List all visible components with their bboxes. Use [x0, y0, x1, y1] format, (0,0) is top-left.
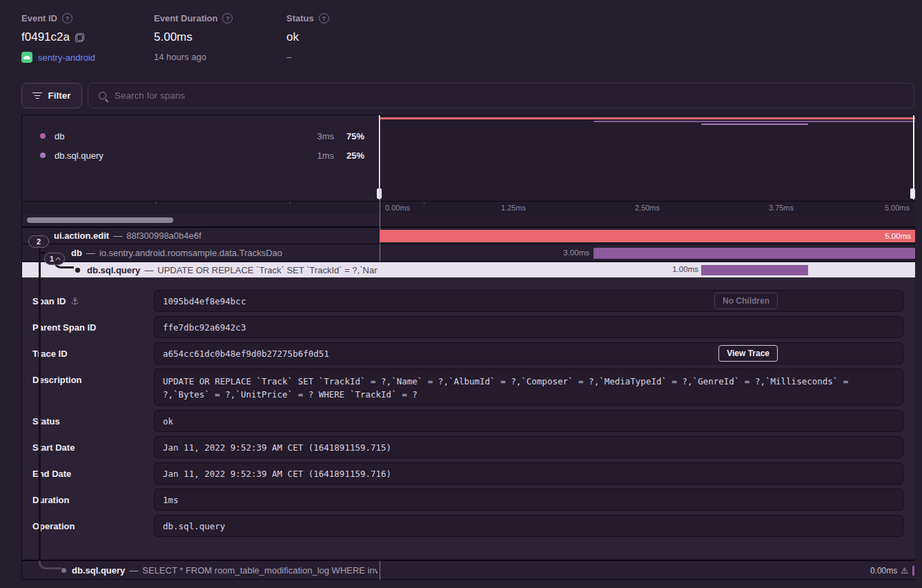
chevron-up-icon: [56, 257, 61, 262]
badge-count: 1: [50, 255, 54, 263]
tree-leaf-dot: [61, 568, 66, 573]
warning-icon: ⚠: [901, 566, 908, 576]
no-children-button[interactable]: No Children: [714, 293, 778, 309]
axis-label-1: 1.25ms: [501, 204, 526, 212]
filter-button[interactable]: Filter: [21, 83, 82, 108]
span-detail-panel: Span ID ⚓ 1095bd4ef8e94bcc No Children P…: [22, 277, 915, 558]
start-date-value: Jan 11, 2022 9:52:39 AM CET (1641891159.…: [154, 436, 903, 458]
span-op: ui.action.edit: [54, 231, 109, 241]
status-value: ok: [286, 30, 299, 44]
description-value: UPDATE OR REPLACE `Track` SET `TrackId` …: [154, 369, 903, 406]
status-sub-value: –: [286, 52, 329, 62]
span-row-db[interactable]: db — io.sentry.android.roomsample.data.T…: [22, 245, 915, 262]
trace-view-panel: db 3ms 75% db.sql.query 1ms 25% 0.00ms 1…: [21, 115, 914, 580]
op-percent: 25%: [334, 150, 364, 161]
span-bar-ui-action-edit[interactable]: 5.00ms: [380, 230, 915, 243]
op-duration: 1ms: [293, 150, 334, 161]
android-project-icon: [21, 52, 32, 63]
status-column: Status ? ok –: [286, 13, 329, 62]
detail-label: Status: [32, 416, 60, 427]
op-percent: 75%: [334, 131, 364, 141]
status-help-icon[interactable]: ?: [319, 13, 329, 23]
span-description: io.sentry.android.roomsample.data.Tracks…: [99, 248, 282, 258]
project-link[interactable]: sentry-android: [38, 52, 95, 63]
span-bar-db[interactable]: [594, 248, 915, 259]
span-duration: 1.00ms: [672, 265, 698, 273]
filter-icon: [32, 92, 42, 99]
span-bar-db-sql-query[interactable]: [701, 265, 808, 276]
span-description: UPDATE OR REPLACE `Track` SET `TrackId` …: [157, 265, 377, 275]
span-description: SELECT * FROM room_table_modification_lo…: [142, 565, 377, 576]
end-date-value: Jan 11, 2022 9:52:39 AM CET (1641891159.…: [154, 462, 903, 484]
op-color-dot: [40, 153, 46, 158]
op-duration: 3ms: [293, 131, 334, 141]
axis-label-3: 3.75ms: [769, 204, 794, 212]
minimap-span-db-sql-query: [701, 124, 808, 126]
span-row-db-sql-query-selected[interactable]: db.sql.query — UPDATE OR REPLACE `Track`…: [22, 262, 915, 278]
event-id-help-icon[interactable]: ?: [62, 13, 72, 23]
span-separator: —: [113, 231, 122, 241]
trace-id-value: a654cc61dc0b48ef9d0b27275b6f0d51: [154, 342, 903, 364]
minimap-right-handle-grip[interactable]: [910, 188, 915, 199]
axis-tick: [424, 202, 424, 204]
event-id-column: Event ID ? f0491c2a sentry-android: [21, 13, 95, 63]
event-id-label: Event ID: [21, 13, 57, 23]
event-duration-column: Event Duration ? 5.00ms 14 hours ago: [154, 13, 233, 62]
event-id-label-row: Event ID ?: [21, 13, 95, 23]
duration-value: 1ms: [154, 489, 903, 511]
view-trace-button[interactable]: View Trace: [718, 345, 778, 362]
ops-breakdown-row-db-sql-query: db.sql.query 1ms 25%: [22, 146, 380, 165]
tree-connector-line: [39, 242, 41, 562]
status-detail-value: ok: [154, 410, 903, 432]
minimap-span-db: [594, 121, 915, 123]
detail-label: Parent Span ID: [32, 322, 96, 333]
scrollbar-thumb[interactable]: [27, 217, 173, 223]
parent-span-id-value: ffe7dbc92a6942c3: [154, 316, 903, 338]
span-op: db.sql.query: [87, 265, 140, 275]
span-bar-select-query: [912, 566, 914, 576]
minimap-right-handle-line: [913, 115, 914, 199]
axis-label-2: 2.50ms: [635, 204, 660, 212]
tree-horizontal-scrollbar: [22, 214, 380, 226]
event-duration-value: 5.00ms: [154, 30, 193, 44]
list-timeline-divider: [380, 561, 381, 580]
status-label: Status: [286, 13, 314, 23]
search-input[interactable]: [115, 90, 914, 101]
span-description: 88f300998a0b4e6f: [126, 231, 201, 241]
anchor-icon[interactable]: ⚓: [70, 295, 79, 306]
op-name: db.sql.query: [55, 150, 293, 161]
minimap-span-ui-action-edit: [380, 117, 915, 119]
event-time-ago: 14 hours ago: [154, 52, 233, 62]
filter-button-label: Filter: [48, 90, 70, 101]
span-separator: —: [144, 265, 153, 275]
span-row-ui-action-edit[interactable]: ui.action.edit — 88f300998a0b4e6f 5.00ms: [22, 228, 915, 244]
span-op: db: [71, 248, 82, 258]
badge-count: 2: [37, 237, 41, 246]
search-icon: [99, 92, 106, 99]
span-duration: 3.00ms: [563, 248, 589, 257]
event-duration-help-icon[interactable]: ?: [222, 13, 233, 23]
ops-breakdown-row-db: db 3ms 75%: [22, 126, 380, 146]
copy-icon[interactable]: [75, 33, 84, 42]
span-row-select-query[interactable]: db.sql.query — SELECT * FROM room_table_…: [22, 560, 915, 580]
axis-tick: [290, 202, 291, 204]
tree-leaf-dot: [75, 268, 80, 273]
span-children-badge-1-collapse[interactable]: 1: [44, 253, 65, 265]
op-color-dot: [40, 133, 46, 139]
axis-label-0: 0.00ms: [385, 204, 410, 212]
span-separator: —: [129, 565, 138, 576]
time-axis: 0.00ms 1.25ms 2.50ms 3.75ms 5.00ms: [22, 201, 915, 214]
tree-connector-stub: [40, 252, 45, 254]
span-duration: 5.00ms: [885, 230, 911, 243]
op-name: db: [55, 131, 293, 141]
axis-tick: [156, 202, 157, 204]
span-search-bar: [88, 83, 914, 108]
span-duration: 0.00ms: [870, 566, 897, 576]
span-children-badge-2[interactable]: 2: [28, 235, 49, 248]
event-duration-label: Event Duration: [154, 13, 217, 23]
span-op: db.sql.query: [72, 565, 125, 576]
span-detail-page: Event ID ? f0491c2a sentry-android Event…: [0, 0, 922, 588]
detail-label: Span ID: [32, 296, 66, 306]
event-id-value: f0491c2a: [21, 30, 70, 44]
span-separator: —: [86, 248, 95, 258]
